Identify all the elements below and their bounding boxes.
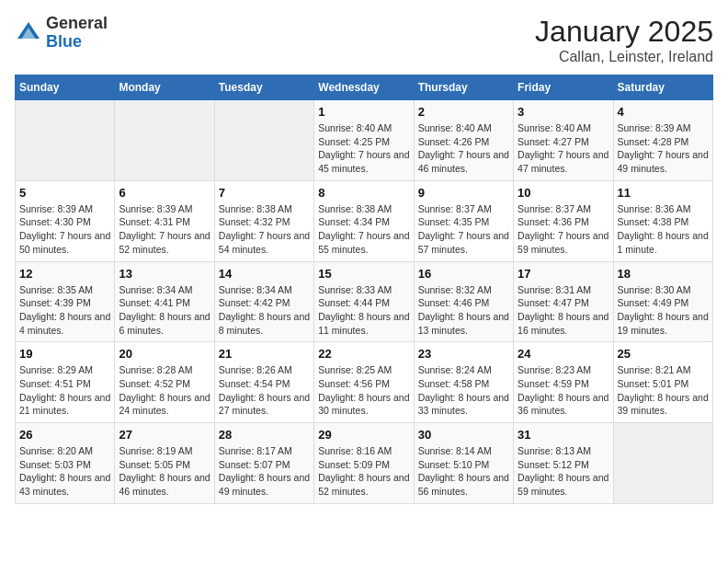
day-info: Daylight: 8 hours and 36 minutes. — [518, 391, 609, 418]
day-info: Daylight: 7 hours and 57 minutes. — [418, 229, 509, 256]
calendar-week-row: 19Sunrise: 8:29 AMSunset: 4:51 PMDayligh… — [16, 342, 713, 423]
day-info: Daylight: 8 hours and 24 minutes. — [119, 391, 210, 418]
calendar-cell — [613, 423, 712, 504]
day-info: Sunset: 4:31 PM — [119, 215, 210, 229]
day-of-week-header: Saturday — [613, 75, 712, 100]
calendar-cell: 4Sunrise: 8:39 AMSunset: 4:28 PMDaylight… — [613, 100, 712, 181]
day-info: Sunrise: 8:38 AM — [219, 202, 310, 216]
day-number: 3 — [518, 105, 609, 119]
day-info: Sunrise: 8:40 AM — [418, 121, 509, 135]
day-info: Sunrise: 8:21 AM — [618, 363, 709, 377]
day-of-week-header: Tuesday — [214, 75, 313, 100]
calendar-cell: 22Sunrise: 8:25 AMSunset: 4:56 PMDayligh… — [314, 342, 414, 423]
day-info: Sunrise: 8:36 AM — [618, 202, 709, 216]
day-info: Sunrise: 8:39 AM — [119, 202, 210, 216]
day-info: Sunrise: 8:29 AM — [19, 363, 110, 377]
day-info: Sunset: 4:30 PM — [19, 215, 110, 229]
day-info: Sunrise: 8:34 AM — [219, 283, 310, 297]
day-info: Sunset: 4:44 PM — [318, 296, 409, 310]
calendar-cell: 9Sunrise: 8:37 AMSunset: 4:35 PMDaylight… — [414, 180, 513, 261]
title-block: January 2025 Callan, Leinster, Ireland — [535, 15, 713, 65]
day-number: 31 — [518, 428, 609, 442]
day-info: Sunrise: 8:32 AM — [418, 283, 509, 297]
day-info: Sunrise: 8:37 AM — [418, 202, 509, 216]
calendar-body: 1Sunrise: 8:40 AMSunset: 4:25 PMDaylight… — [16, 100, 713, 504]
day-info: Sunset: 4:56 PM — [318, 377, 409, 391]
day-number: 28 — [219, 428, 310, 442]
day-info: Sunset: 4:27 PM — [518, 135, 609, 149]
day-info: Daylight: 8 hours and 1 minute. — [618, 229, 709, 256]
calendar-cell: 8Sunrise: 8:38 AMSunset: 4:34 PMDaylight… — [314, 180, 414, 261]
day-number: 16 — [418, 267, 509, 281]
day-info: Sunrise: 8:40 AM — [318, 121, 409, 135]
day-number: 21 — [219, 347, 310, 361]
day-number: 7 — [219, 186, 310, 200]
day-info: Sunrise: 8:34 AM — [119, 283, 210, 297]
day-of-week-header: Friday — [514, 75, 613, 100]
day-info: Sunrise: 8:38 AM — [318, 202, 409, 216]
day-info: Sunset: 4:51 PM — [19, 377, 110, 391]
calendar-header: SundayMondayTuesdayWednesdayThursdayFrid… — [16, 75, 713, 100]
day-info: Sunrise: 8:25 AM — [318, 363, 409, 377]
day-number: 4 — [618, 105, 709, 119]
day-of-week-header: Wednesday — [314, 75, 414, 100]
day-of-week-header: Thursday — [414, 75, 513, 100]
day-info: Sunset: 5:07 PM — [219, 458, 310, 472]
calendar-cell: 17Sunrise: 8:31 AMSunset: 4:47 PMDayligh… — [514, 261, 613, 342]
calendar-cell: 16Sunrise: 8:32 AMSunset: 4:46 PMDayligh… — [414, 261, 513, 342]
day-number: 19 — [19, 347, 110, 361]
day-info: Daylight: 8 hours and 8 minutes. — [219, 310, 310, 337]
day-info: Daylight: 8 hours and 4 minutes. — [19, 310, 110, 337]
day-info: Daylight: 7 hours and 46 minutes. — [418, 148, 509, 175]
calendar-cell: 25Sunrise: 8:21 AMSunset: 5:01 PMDayligh… — [613, 342, 712, 423]
day-info: Sunset: 4:42 PM — [219, 296, 310, 310]
calendar-cell — [214, 100, 313, 181]
logo-icon — [15, 19, 42, 47]
day-info: Daylight: 8 hours and 52 minutes. — [318, 471, 409, 498]
day-info: Sunset: 4:46 PM — [418, 296, 509, 310]
day-info: Daylight: 8 hours and 33 minutes. — [418, 391, 509, 418]
day-info: Daylight: 7 hours and 52 minutes. — [119, 229, 210, 256]
logo-general-text: General — [46, 14, 108, 32]
day-info: Daylight: 8 hours and 56 minutes. — [418, 471, 509, 498]
calendar-week-row: 5Sunrise: 8:39 AMSunset: 4:30 PMDaylight… — [16, 180, 713, 261]
day-info: Sunrise: 8:30 AM — [618, 283, 709, 297]
day-number: 8 — [318, 186, 409, 200]
day-number: 14 — [219, 267, 310, 281]
day-info: Daylight: 7 hours and 50 minutes. — [19, 229, 110, 256]
day-info: Sunset: 5:05 PM — [119, 458, 210, 472]
day-number: 11 — [618, 186, 709, 200]
day-info: Daylight: 8 hours and 43 minutes. — [19, 471, 110, 498]
day-info: Daylight: 7 hours and 45 minutes. — [318, 148, 409, 175]
day-info: Daylight: 7 hours and 54 minutes. — [219, 229, 310, 256]
calendar-title: January 2025 — [535, 15, 713, 49]
day-info: Daylight: 7 hours and 47 minutes. — [518, 148, 609, 175]
day-info: Sunset: 4:52 PM — [119, 377, 210, 391]
calendar-cell: 10Sunrise: 8:37 AMSunset: 4:36 PMDayligh… — [514, 180, 613, 261]
day-info: Sunset: 4:54 PM — [219, 377, 310, 391]
day-number: 12 — [19, 267, 110, 281]
day-info: Sunset: 4:34 PM — [318, 215, 409, 229]
day-number: 5 — [19, 186, 110, 200]
calendar-cell: 13Sunrise: 8:34 AMSunset: 4:41 PMDayligh… — [115, 261, 214, 342]
day-number: 13 — [119, 267, 210, 281]
day-number: 1 — [318, 105, 409, 119]
day-info: Daylight: 8 hours and 39 minutes. — [618, 391, 709, 418]
day-info: Sunrise: 8:28 AM — [119, 363, 210, 377]
day-info: Sunset: 4:38 PM — [618, 215, 709, 229]
calendar-cell: 23Sunrise: 8:24 AMSunset: 4:58 PMDayligh… — [414, 342, 513, 423]
calendar-cell — [16, 100, 115, 181]
day-info: Daylight: 8 hours and 27 minutes. — [219, 391, 310, 418]
day-info: Daylight: 8 hours and 49 minutes. — [219, 471, 310, 498]
day-number: 20 — [119, 347, 210, 361]
day-of-week-header: Monday — [115, 75, 214, 100]
logo: General Blue — [15, 15, 108, 52]
day-info: Sunset: 4:58 PM — [418, 377, 509, 391]
day-info: Sunrise: 8:39 AM — [618, 121, 709, 135]
day-info: Daylight: 8 hours and 11 minutes. — [318, 310, 409, 337]
calendar-cell: 15Sunrise: 8:33 AMSunset: 4:44 PMDayligh… — [314, 261, 414, 342]
calendar-table: SundayMondayTuesdayWednesdayThursdayFrid… — [15, 75, 713, 504]
day-info: Daylight: 8 hours and 30 minutes. — [318, 391, 409, 418]
day-info: Sunset: 4:28 PM — [618, 135, 709, 149]
day-info: Sunset: 4:35 PM — [418, 215, 509, 229]
